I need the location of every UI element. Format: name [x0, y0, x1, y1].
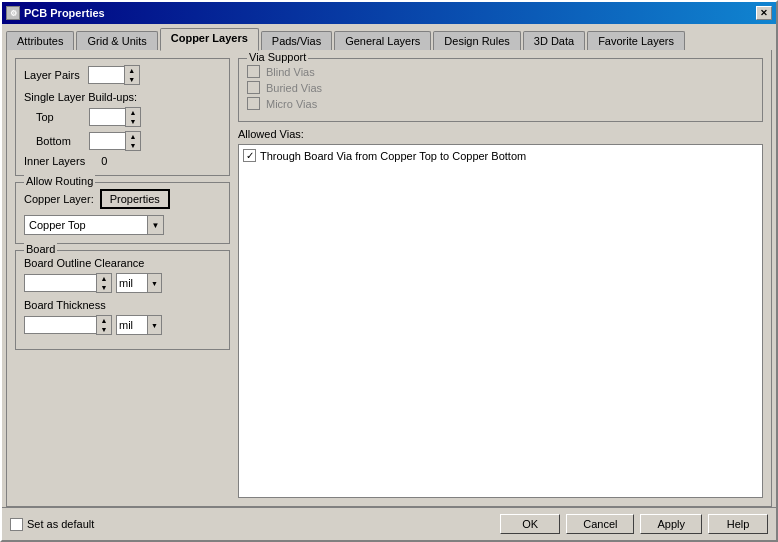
cancel-button[interactable]: Cancel — [566, 514, 634, 534]
thickness-unit-dropdown[interactable]: mil ▼ — [116, 315, 162, 335]
tab-3d-data[interactable]: 3D Data — [523, 31, 585, 50]
top-up[interactable]: ▲ — [126, 108, 140, 117]
routing-group: Allow Routing Copper Layer: Properties C… — [15, 182, 230, 244]
allowed-vias-list: ✓ Through Board Via from Copper Top to C… — [238, 144, 763, 498]
thickness-unit-arrow[interactable]: ▼ — [147, 316, 161, 334]
outline-input[interactable]: 10.00000 ▲ ▼ — [24, 273, 112, 293]
top-input[interactable]: 0 ▲ ▼ — [89, 107, 141, 127]
set-default-label: Set as default — [27, 518, 94, 530]
bottom-down[interactable]: ▼ — [126, 141, 140, 150]
allowed-vias-section: Allowed Vias: ✓ Through Board Via from C… — [238, 128, 763, 498]
layer-pairs-up[interactable]: ▲ — [125, 66, 139, 75]
via-item-0-label: Through Board Via from Copper Top to Cop… — [260, 150, 526, 162]
micro-vias-row: Micro Vias — [247, 97, 754, 110]
copper-layer-dropdown[interactable]: Copper Top ▼ — [24, 215, 164, 235]
via-item-0: ✓ Through Board Via from Copper Top to C… — [243, 149, 758, 162]
ok-button[interactable]: OK — [500, 514, 560, 534]
blind-vias-row: Blind Vias — [247, 65, 754, 78]
layer-pairs-row: Layer Pairs 1 ▲ ▼ — [24, 65, 221, 85]
layer-group-box: Layer Pairs 1 ▲ ▼ Single Layer Build-ups… — [15, 58, 230, 176]
title-bar: ⚙ PCB Properties ✕ — [2, 2, 776, 24]
bottom-up[interactable]: ▲ — [126, 132, 140, 141]
thickness-input[interactable]: 59.00000 ▲ ▼ — [24, 315, 112, 335]
bottom-label: Bottom — [36, 135, 81, 147]
close-button[interactable]: ✕ — [756, 6, 772, 20]
outline-spinners: ▲ ▼ — [96, 273, 112, 293]
tab-attributes[interactable]: Attributes — [6, 31, 74, 50]
thickness-spinners: ▲ ▼ — [96, 315, 112, 335]
thickness-field[interactable]: 59.00000 — [24, 316, 96, 334]
thickness-up[interactable]: ▲ — [97, 316, 111, 325]
thickness-unit: mil — [117, 319, 147, 331]
bottom-spinners: ▲ ▼ — [125, 131, 141, 151]
tab-general-layers[interactable]: General Layers — [334, 31, 431, 50]
set-default-checkbox[interactable] — [10, 518, 23, 531]
outline-unit: mil — [117, 277, 147, 289]
buried-vias-checkbox[interactable] — [247, 81, 260, 94]
outline-label: Board Outline Clearance — [24, 257, 221, 269]
content-area: Layer Pairs 1 ▲ ▼ Single Layer Build-ups… — [6, 50, 772, 507]
outline-up[interactable]: ▲ — [97, 274, 111, 283]
inner-layers-row: Inner Layers 0 — [24, 155, 221, 167]
outline-unit-arrow[interactable]: ▼ — [147, 274, 161, 292]
help-button[interactable]: Help — [708, 514, 768, 534]
thickness-row: 59.00000 ▲ ▼ mil ▼ — [24, 315, 221, 335]
micro-vias-label: Micro Vias — [266, 98, 317, 110]
layer-pairs-field[interactable]: 1 — [88, 66, 124, 84]
board-group: Board Board Outline Clearance 10.00000 ▲… — [15, 250, 230, 350]
buried-vias-row: Buried Vias — [247, 81, 754, 94]
blind-vias-label: Blind Vias — [266, 66, 315, 78]
allowed-vias-label: Allowed Vias: — [238, 128, 763, 140]
top-down[interactable]: ▼ — [126, 117, 140, 126]
outline-row: 10.00000 ▲ ▼ mil ▼ — [24, 273, 221, 293]
tab-copper-layers[interactable]: Copper Layers — [160, 28, 259, 51]
inner-layers-label: Inner Layers — [24, 155, 85, 167]
right-panel: Via Support Blind Vias Buried Vias Micro… — [238, 58, 763, 498]
layer-pairs-spinners: ▲ ▼ — [124, 65, 140, 85]
copper-layer-arrow[interactable]: ▼ — [147, 216, 163, 234]
via-support-group: Via Support Blind Vias Buried Vias Micro… — [238, 58, 763, 122]
layer-pairs-input[interactable]: 1 ▲ ▼ — [88, 65, 140, 85]
outline-unit-dropdown[interactable]: mil ▼ — [116, 273, 162, 293]
bottom-row: Bottom 0 ▲ ▼ — [36, 131, 221, 151]
top-row: Top 0 ▲ ▼ — [36, 107, 221, 127]
micro-vias-checkbox[interactable] — [247, 97, 260, 110]
thickness-down[interactable]: ▼ — [97, 325, 111, 334]
routing-row: Copper Layer: Properties — [24, 189, 221, 209]
footer-right: OK Cancel Apply Help — [500, 514, 768, 534]
buried-vias-label: Buried Vias — [266, 82, 322, 94]
layer-pairs-down[interactable]: ▼ — [125, 75, 139, 84]
blind-vias-checkbox[interactable] — [247, 65, 260, 78]
board-group-title: Board — [24, 243, 57, 255]
top-spinners: ▲ ▼ — [125, 107, 141, 127]
apply-button[interactable]: Apply — [640, 514, 702, 534]
main-window: ⚙ PCB Properties ✕ Attributes Grid & Uni… — [0, 0, 778, 542]
tab-design-rules[interactable]: Design Rules — [433, 31, 520, 50]
footer-bar: Set as default OK Cancel Apply Help — [2, 507, 776, 540]
tab-favorite-layers[interactable]: Favorite Layers — [587, 31, 685, 50]
copper-layer-label: Copper Layer: — [24, 193, 94, 205]
bottom-input[interactable]: 0 ▲ ▼ — [89, 131, 141, 151]
via-item-0-checkbox[interactable]: ✓ — [243, 149, 256, 162]
window-icon: ⚙ — [6, 6, 20, 20]
copper-layer-selected: Copper Top — [25, 219, 147, 231]
tab-pads-vias[interactable]: Pads/Vias — [261, 31, 332, 50]
top-label: Top — [36, 111, 81, 123]
single-layer-label: Single Layer Build-ups: — [24, 91, 221, 103]
bottom-field[interactable]: 0 — [89, 132, 125, 150]
outline-down[interactable]: ▼ — [97, 283, 111, 292]
outline-field[interactable]: 10.00000 — [24, 274, 96, 292]
thickness-label: Board Thickness — [24, 299, 221, 311]
via-support-title: Via Support — [247, 51, 308, 63]
inner-layers-value: 0 — [101, 155, 107, 167]
top-field[interactable]: 0 — [89, 108, 125, 126]
tab-bar: Attributes Grid & Units Copper Layers Pa… — [2, 24, 776, 50]
routing-group-title: Allow Routing — [24, 175, 95, 187]
properties-button[interactable]: Properties — [100, 189, 170, 209]
tab-grid-units[interactable]: Grid & Units — [76, 31, 157, 50]
layer-pairs-label: Layer Pairs — [24, 69, 80, 81]
left-panel: Layer Pairs 1 ▲ ▼ Single Layer Build-ups… — [15, 58, 230, 498]
footer-left: Set as default — [10, 518, 94, 531]
window-title: PCB Properties — [24, 7, 105, 19]
